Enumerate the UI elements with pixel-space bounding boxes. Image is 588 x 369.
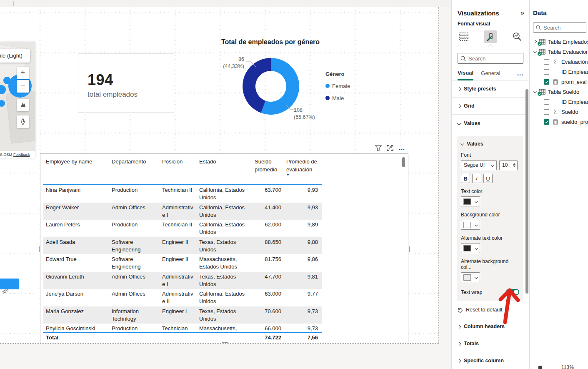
filter-icon[interactable]: [375, 145, 382, 151]
table-row[interactable]: Roger WalkerAdmin OfficesAdministrative …: [43, 203, 322, 220]
checkbox-unchecked[interactable]: [544, 99, 549, 105]
tree-field-sueldo-prom[interactable]: sueldo_pro: [530, 117, 588, 127]
table-check-badge: [538, 52, 542, 56]
donut-chart-visual[interactable]: Total de empleados por género 86 (44,33%…: [216, 38, 368, 130]
column-header[interactable]: Employee by name: [43, 156, 109, 184]
tree-field-prom-eval[interactable]: prom_eval: [530, 77, 588, 87]
column-header[interactable]: Posición: [160, 156, 197, 184]
table-scrollbar[interactable]: [402, 157, 405, 167]
column-header[interactable]: Sueldo promedio: [252, 156, 284, 184]
bar-chart-bar[interactable]: [0, 279, 19, 289]
card-value: 194: [88, 71, 113, 89]
background-color-dropdown[interactable]: [461, 220, 480, 230]
tabs-more-icon[interactable]: …: [517, 70, 523, 80]
alt-background-color-label: Alternate background col...: [461, 259, 519, 270]
resize-handle-left[interactable]: [39, 246, 40, 252]
status-bar-divider: [451, 362, 588, 362]
focus-mode-icon[interactable]: [387, 145, 393, 151]
table-check-badge: [538, 92, 542, 96]
legend-dot-male: [325, 96, 330, 100]
values-subsection[interactable]: Values: [461, 141, 519, 147]
chevron-down-icon: [460, 142, 464, 146]
resize-handle-right[interactable]: [409, 246, 410, 252]
format-pane-scrollbar[interactable]: [525, 89, 528, 294]
checkbox-checked[interactable]: [544, 79, 549, 85]
analytics-icon[interactable]: [511, 30, 523, 43]
section-style-presets[interactable]: Style presets: [452, 80, 529, 98]
table-row[interactable]: Jene'ya DarsonAdmin OfficesAdministrativ…: [43, 289, 322, 306]
section-grid[interactable]: Grid: [452, 98, 529, 115]
text-color-dropdown[interactable]: [461, 196, 480, 206]
font-size-stepper[interactable]: 10: [499, 160, 518, 170]
text-wrap-label: Text wrap: [461, 289, 482, 295]
legend-item-female[interactable]: Female: [325, 81, 350, 90]
tree-table-evaluacion[interactable]: Tabla Evaluacion: [530, 47, 588, 57]
reset-icon: [458, 307, 463, 313]
format-visual-icon[interactable]: [484, 30, 497, 43]
more-options-icon[interactable]: …: [398, 146, 405, 150]
tree-field-id-empleado[interactable]: ID Emplead: [530, 67, 588, 77]
checkbox-unchecked[interactable]: [544, 59, 549, 65]
donut-label-male: 86 (44,33%): [218, 56, 244, 70]
map-visual[interactable]: ale (Light) + − S OSMFeedback: [0, 42, 35, 158]
table-row[interactable]: Nina PanjwaniProductionTechnician IICali…: [43, 185, 322, 203]
column-header-sorted[interactable]: Promedio de evaluación ▼: [284, 156, 320, 184]
format-visual-label: Format visual: [452, 17, 529, 27]
alt-text-color-dropdown[interactable]: [461, 243, 480, 253]
map-style-label: ale (Light): [0, 49, 30, 63]
map-tilt-button[interactable]: [17, 99, 29, 111]
tree-table-empleados[interactable]: Tabla Empleados: [530, 37, 588, 47]
map-bubble[interactable]: [0, 100, 5, 107]
column-header[interactable]: Estado: [197, 156, 252, 184]
section-totals[interactable]: Totals: [452, 335, 529, 352]
tree-field-id-empleado-sueldo[interactable]: ID Emplead: [530, 97, 588, 107]
checkbox-checked[interactable]: [544, 119, 549, 125]
map-bubble[interactable]: [0, 85, 6, 94]
data-search-input[interactable]: [543, 25, 583, 31]
chevron-down-icon: [475, 246, 478, 250]
toolbar-divider: [13, 1, 14, 6]
values-settings-card: Values Font Segoe UI 10 B I U Text color…: [457, 136, 523, 301]
collapse-panel-icon[interactable]: »: [520, 9, 524, 17]
table-row[interactable]: Adell SaadaSoftware EngineeringEngineer …: [43, 237, 322, 255]
table-row[interactable]: Giovanni LeruthAdmin OfficesAdministrati…: [43, 272, 322, 289]
alt-background-color-dropdown[interactable]: [461, 272, 480, 282]
map-bubble[interactable]: [3, 77, 11, 84]
tree-field-sueldo[interactable]: Σ Sueldo: [530, 107, 588, 117]
table-row[interactable]: Edward TrueSoftware EngineeringEngineer …: [43, 254, 322, 272]
calculator-icon: [552, 119, 559, 125]
map-compass-button[interactable]: [17, 115, 29, 128]
column-header[interactable]: Departamento: [109, 156, 160, 184]
italic-button[interactable]: I: [472, 174, 481, 183]
table-visual[interactable]: Employee by name Departamento Posición E…: [40, 153, 408, 343]
data-search-box[interactable]: [533, 23, 586, 33]
table-row[interactable]: Lauren PetersProductionTechnician IICali…: [43, 220, 322, 237]
table-row[interactable]: Maria GonzalezInformation TechnlogyEngin…: [43, 306, 322, 324]
format-search-box[interactable]: [458, 53, 523, 64]
stepper-arrows-icon[interactable]: [513, 163, 515, 167]
build-visual-icon[interactable]: [458, 30, 470, 43]
checkbox-unchecked[interactable]: [544, 109, 549, 115]
underline-button[interactable]: U: [483, 174, 493, 183]
map-zoom-in-button[interactable]: +: [17, 67, 29, 79]
tab-general[interactable]: General: [481, 70, 500, 80]
format-search-input[interactable]: [468, 55, 514, 62]
chevron-down-icon: [457, 121, 461, 126]
section-specific-column[interactable]: Specific column: [452, 352, 529, 369]
tree-table-sueldo[interactable]: Tabla Sueldo: [530, 87, 588, 97]
card-visual-total-empleados[interactable]: 194 total empleados: [78, 53, 174, 113]
section-values[interactable]: Values: [452, 115, 529, 132]
tree-field-evaluacion[interactable]: Σ Evaluación: [530, 57, 588, 67]
checkbox-unchecked[interactable]: [544, 69, 549, 75]
bold-button[interactable]: B: [461, 174, 470, 183]
map-zoom-out-button[interactable]: −: [17, 80, 29, 93]
legend-dot-female: [325, 84, 330, 88]
table-row[interactable]: Phylicia GosciminskiProductionTechnician…: [43, 324, 322, 332]
color-swatch: [463, 198, 471, 205]
font-family-dropdown[interactable]: Segoe UI: [461, 160, 497, 170]
legend-item-male[interactable]: Male: [325, 93, 350, 103]
tab-visual[interactable]: Visual: [458, 70, 473, 80]
map-feedback-link[interactable]: Feedback: [13, 153, 30, 157]
zoom-level: 113%: [561, 364, 574, 369]
sigma-icon: Σ: [552, 59, 559, 65]
